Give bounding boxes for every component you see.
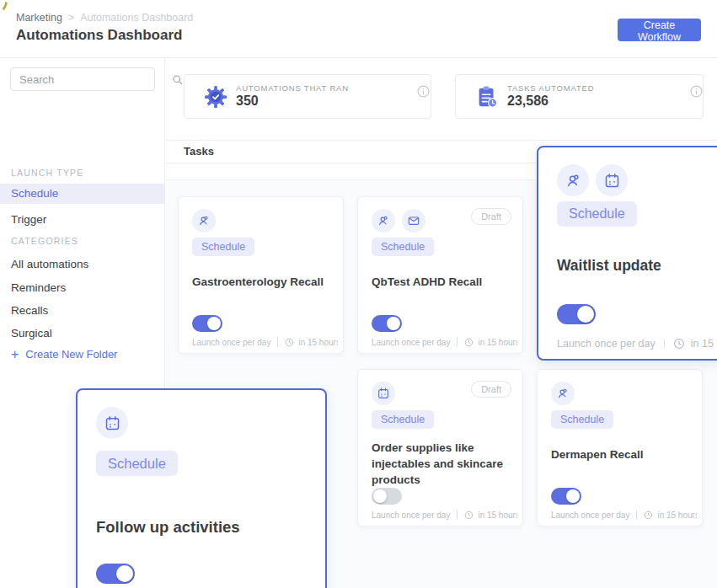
card-toggle[interactable]	[192, 315, 222, 332]
draft-badge: Draft	[471, 208, 511, 225]
sidebar-item-schedule[interactable]: Schedule	[0, 184, 165, 204]
toggle-knob	[577, 306, 594, 323]
next-run-time: in 15 hours	[298, 338, 338, 347]
launch-frequency: Launch once per day	[372, 338, 450, 347]
calendar-icon	[372, 382, 395, 405]
schedule-badge: Schedule	[372, 410, 434, 429]
launch-type-label: LAUNCH TYPE	[11, 168, 84, 178]
toggle-knob	[387, 317, 400, 330]
toggle-knob	[116, 565, 133, 582]
toggle-knob	[207, 317, 221, 330]
draft-badge: Draft	[471, 381, 511, 398]
card-title: Gastroenterology Recall	[192, 275, 333, 291]
sidebar-item-all-automations[interactable]: All automations	[0, 254, 165, 275]
toggle-knob	[373, 489, 387, 503]
breadcrumb-current: Automations Dashboard	[80, 12, 193, 24]
person-icon	[557, 164, 589, 196]
schedule-badge: Schedule	[96, 451, 178, 476]
footer-divider	[636, 510, 637, 520]
automations-dashboard-page: Marketing > Automations Dashboard Automa…	[0, 0, 717, 588]
person-icon	[551, 382, 575, 405]
stat-value: 350	[236, 94, 259, 109]
create-new-folder-link[interactable]: + Create New Folder	[11, 348, 117, 361]
sidebar-item-recalls[interactable]: Recalls	[0, 301, 165, 321]
launch-frequency: Launch once per day	[557, 338, 655, 350]
calendar-icon	[596, 164, 628, 196]
launch-frequency: Launch once per day	[551, 510, 629, 520]
create-new-folder-label: Create New Folder	[25, 348, 117, 361]
card-title: Follow up activities	[96, 516, 310, 538]
card-footer: Launch once per day in 15 hours	[551, 510, 697, 520]
stat-card-automations-ran: AUTOMATIONS THAT RAN 350	[184, 74, 431, 119]
next-run-time: in 15 hours	[478, 338, 517, 347]
card-title: Dermapen Recall	[551, 447, 692, 463]
card-toggle[interactable]	[96, 564, 135, 584]
schedule-badge: Schedule	[557, 201, 637, 227]
card-footer: Launch once per day in 15 hours	[557, 338, 717, 350]
automation-card-follow-up-activities[interactable]: Schedule Follow up activities	[76, 388, 327, 588]
person-icon	[372, 209, 395, 233]
footer-divider	[277, 338, 278, 347]
footer-divider	[457, 510, 457, 520]
gear-check-icon	[203, 84, 228, 110]
card-footer: Launch once per day in 15 hours	[372, 338, 517, 347]
footer-divider	[457, 338, 457, 347]
card-title: Waitlist update	[557, 255, 717, 276]
card-toggle[interactable]	[551, 488, 581, 505]
schedule-badge: Schedule	[551, 410, 613, 429]
sidebar-item-surgical[interactable]: Surgical	[0, 323, 165, 344]
breadcrumb-parent[interactable]: Marketing	[16, 12, 62, 24]
page-title: Automations Dashboard	[16, 27, 182, 44]
stat-value: 23,586	[507, 94, 548, 109]
clock-icon	[644, 510, 653, 520]
plus-icon: +	[11, 349, 19, 361]
clock-icon	[464, 510, 474, 520]
breadcrumb: Marketing > Automations Dashboard	[16, 12, 193, 24]
card-title: QbTest ADHD Recall	[372, 275, 512, 291]
search-icon	[171, 73, 184, 86]
breadcrumb-separator: >	[68, 12, 74, 24]
envelope-icon	[402, 209, 425, 233]
sidebar-item-trigger[interactable]: Trigger	[0, 210, 165, 230]
clock-icon	[464, 338, 474, 347]
card-toggle[interactable]	[372, 315, 402, 332]
corner-logo-fragment	[2, 0, 12, 8]
automation-card-gastroenterology-recall[interactable]: Schedule Gastroenterology Recall Launch …	[178, 196, 344, 354]
next-run-time: in 15 hours	[657, 510, 697, 520]
card-title: Order supplies like injectables and skin…	[372, 441, 512, 489]
search-input[interactable]	[11, 69, 171, 89]
search-box[interactable]	[10, 67, 155, 91]
launch-frequency: Launch once per day	[192, 338, 270, 347]
next-run-time: in 15 hours	[478, 510, 517, 520]
info-icon[interactable]	[417, 85, 430, 98]
clock-icon	[673, 338, 685, 350]
card-toggle[interactable]	[557, 304, 596, 324]
schedule-badge: Schedule	[192, 238, 254, 256]
launch-frequency: Launch once per day	[372, 510, 450, 520]
automation-card-dermapen-recall[interactable]: Schedule Dermapen Recall Launch once per…	[537, 369, 703, 527]
next-run-time: in 15 hours	[691, 338, 717, 350]
card-footer: Launch once per day in 15 hours	[192, 338, 338, 347]
card-toggle[interactable]	[372, 488, 402, 505]
stat-card-tasks-automated: TASKS AUTOMATED 23,586	[455, 74, 704, 119]
sidebar-item-reminders[interactable]: Reminders	[0, 278, 165, 298]
person-icon	[192, 209, 216, 233]
create-workflow-button[interactable]: Create Workflow	[618, 19, 701, 41]
clock-icon	[285, 338, 294, 347]
stat-label: AUTOMATIONS THAT RAN	[236, 83, 349, 93]
automation-card-qbtest-adhd-recall[interactable]: Draft Schedule QbTest ADHD Recall Launch…	[357, 196, 523, 354]
info-icon[interactable]	[690, 85, 703, 98]
card-footer: Launch once per day in 15 hours	[372, 510, 517, 520]
clipboard-clock-icon	[474, 84, 500, 110]
categories-label: CATEGORIES	[11, 236, 78, 246]
stat-label: TASKS AUTOMATED	[507, 83, 594, 93]
toggle-knob	[566, 489, 580, 503]
schedule-badge: Schedule	[372, 238, 434, 256]
calendar-icon	[96, 407, 128, 439]
automation-card-order-supplies[interactable]: Draft Schedule Order supplies like injec…	[357, 369, 523, 527]
automation-card-waitlist-update[interactable]: Schedule Waitlist update Launch once per…	[537, 146, 717, 361]
footer-divider	[664, 339, 665, 349]
